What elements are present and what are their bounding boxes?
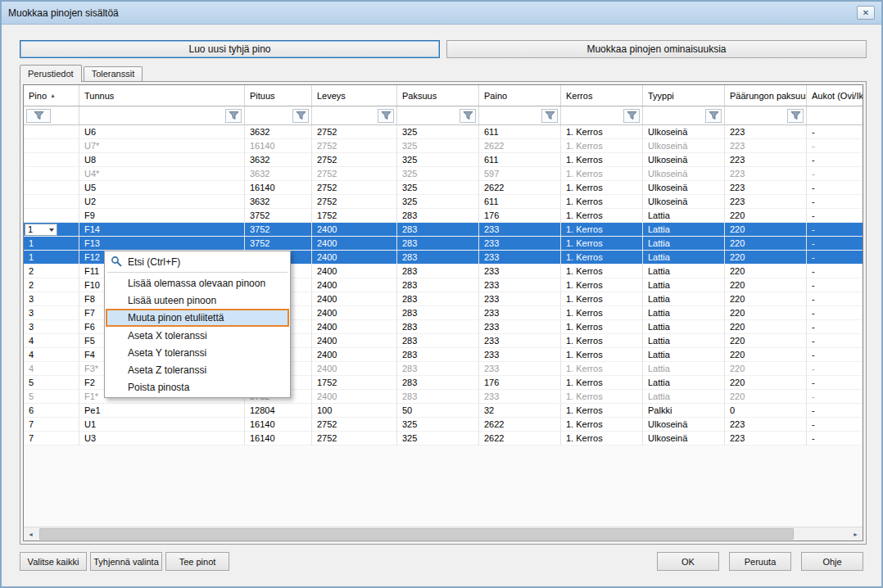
table-cell: Lattia: [643, 376, 725, 390]
table-row[interactable]: 7U316140275232526221. KerrosUlkoseinä223…: [24, 432, 863, 446]
context-menu-item[interactable]: Aseta X toleranssi: [106, 327, 289, 344]
table-row[interactable]: U516140275232526221. KerrosUlkoseinä223-: [24, 181, 863, 195]
column-header[interactable]: Aukot (Ovi/Ikkuna/A: [807, 85, 863, 106]
context-menu-item[interactable]: Lisää uuteen pinoon: [106, 292, 289, 309]
table-cell: -: [807, 153, 863, 167]
table-cell: 2: [24, 265, 79, 278]
context-menu-item[interactable]: Aseta Z toleranssi: [106, 361, 289, 378]
cancel-button[interactable]: Peruuta: [729, 552, 791, 571]
table-cell: 611: [479, 125, 561, 139]
table-row[interactable]: U4*363227523255971. KerrosUlkoseinä223-: [24, 167, 863, 181]
table-cell: 7: [24, 418, 79, 432]
scroll-right-arrow-icon[interactable]: ►: [849, 527, 863, 541]
column-header[interactable]: Leveys: [312, 85, 397, 106]
column-header[interactable]: Tunnus: [79, 85, 245, 106]
tab-toleranssit[interactable]: Toleranssit: [84, 66, 143, 82]
table-cell: 1. Kerros: [561, 292, 643, 306]
context-menu-item[interactable]: Poista pinosta: [106, 378, 289, 396]
table-cell: 283: [397, 376, 479, 390]
column-header[interactable]: Kerros: [561, 85, 643, 106]
filter-button[interactable]: [623, 109, 640, 123]
table-cell: 2622: [479, 181, 561, 195]
select-all-button[interactable]: Valitse kaikki: [20, 552, 87, 571]
filter-button[interactable]: [225, 109, 242, 123]
table-row[interactable]: U8363227523256111. KerrosUlkoseinä223-: [24, 153, 863, 167]
table-cell: 223: [725, 195, 807, 209]
table-cell: 325: [397, 195, 479, 209]
table-cell: 32: [479, 404, 561, 418]
table-cell: 325: [397, 167, 479, 181]
table-row[interactable]: U6363227523256111. KerrosUlkoseinä223-: [24, 125, 863, 139]
table-cell: 2400: [312, 292, 397, 306]
grid-empty-area: [24, 446, 863, 527]
table-cell: -: [807, 195, 863, 209]
table-cell: -: [807, 125, 863, 139]
clear-selection-button[interactable]: Tyhjennä valinta: [90, 552, 162, 571]
table-row[interactable]: 6Pe11280410050321. KerrosPalkki0-: [24, 404, 863, 418]
scrollbar-thumb[interactable]: [39, 528, 794, 540]
table-row[interactable]: 7U116140275232526221. KerrosUlkoseinä223…: [24, 418, 863, 432]
table-cell: U5: [79, 181, 245, 195]
context-menu-item[interactable]: Lisää olemassa olevaan pinoon: [106, 274, 289, 292]
context-menu-item[interactable]: Muuta pinon etuliitettä: [106, 309, 289, 327]
table-row[interactable]: F9375217522831761. KerrosLattia220-: [24, 209, 863, 223]
filter-funnel-icon: [627, 111, 637, 120]
horizontal-scrollbar[interactable]: ◄ ►: [24, 527, 863, 541]
table-cell: 2400: [312, 348, 397, 362]
table-row[interactable]: U2363227523256111. KerrosUlkoseinä223-: [24, 195, 863, 209]
table-cell: U6: [79, 125, 245, 139]
filter-button[interactable]: [26, 109, 51, 123]
table-row[interactable]: U7*16140275232526221. KerrosUlkoseinä223…: [24, 139, 863, 153]
filter-button[interactable]: [787, 109, 804, 123]
ok-button[interactable]: OK: [657, 552, 719, 571]
column-header[interactable]: Tyyppi: [643, 85, 725, 106]
tabstrip: Perustiedot Toleranssit: [20, 65, 144, 82]
table-cell: 283: [397, 292, 479, 306]
table-cell: [24, 125, 79, 139]
column-header[interactable]: Pino▲: [24, 85, 79, 106]
edit-pile-properties-button[interactable]: Muokkaa pinojen ominaisuuksia: [446, 40, 867, 58]
table-cell: Ulkoseinä: [643, 432, 725, 446]
filter-button[interactable]: [292, 109, 309, 123]
column-header[interactable]: Paksuus: [397, 85, 479, 106]
tab-perustiedot[interactable]: Perustiedot: [20, 65, 82, 82]
scrollbar-track[interactable]: [38, 527, 849, 541]
table-cell: Lattia: [643, 390, 725, 404]
filter-button[interactable]: [460, 109, 476, 123]
context-menu-item-label: Aseta X toleranssi: [128, 330, 207, 341]
table-cell: Lattia: [643, 362, 725, 376]
dialog-window: Muokkaa pinojen sisältöä ✕ Luo uusi tyhj…: [0, 0, 883, 588]
filter-cell: [561, 106, 643, 124]
context-menu-item[interactable]: Aseta Y toleranssi: [106, 344, 289, 361]
table-cell: [24, 167, 79, 181]
table-row[interactable]: 1F13375224002832331. KerrosLattia220-: [24, 237, 863, 251]
context-menu: Etsi (Ctrl+F)Lisää olemassa olevaan pino…: [104, 251, 291, 398]
help-button[interactable]: Ohje: [801, 552, 863, 571]
context-menu-item-label: Aseta Z toleranssi: [128, 364, 206, 376]
table-cell: 283: [397, 348, 479, 362]
table-row[interactable]: 1F14375224002832331. KerrosLattia220-: [24, 223, 863, 237]
column-header-label: Pino: [29, 91, 47, 101]
make-piles-button[interactable]: Tee pinot: [165, 552, 229, 571]
scroll-left-arrow-icon[interactable]: ◄: [24, 527, 38, 541]
column-header[interactable]: Pituus: [245, 85, 312, 106]
column-header[interactable]: Paino: [479, 85, 561, 106]
filter-button[interactable]: [705, 109, 722, 123]
table-cell: 1. Kerros: [561, 376, 643, 390]
column-header[interactable]: Päärungon paksuus: [725, 85, 807, 106]
table-cell: 4: [24, 362, 79, 376]
table-cell: Lattia: [643, 237, 725, 251]
table-cell: 283: [397, 320, 479, 334]
context-menu-item[interactable]: Etsi (Ctrl+F): [106, 253, 289, 270]
pino-combobox[interactable]: 1: [25, 224, 57, 236]
table-cell: [24, 153, 79, 167]
filter-button[interactable]: [378, 109, 394, 123]
table-cell: -: [807, 223, 863, 237]
filter-button[interactable]: [541, 109, 558, 123]
close-button[interactable]: ✕: [857, 6, 875, 20]
table-cell: 3752: [245, 223, 312, 237]
table-cell: 2752: [312, 432, 397, 446]
filter-funnel-icon: [34, 111, 44, 120]
create-empty-pile-button[interactable]: Luo uusi tyhjä pino: [20, 40, 440, 58]
table-cell: 283: [397, 362, 479, 376]
